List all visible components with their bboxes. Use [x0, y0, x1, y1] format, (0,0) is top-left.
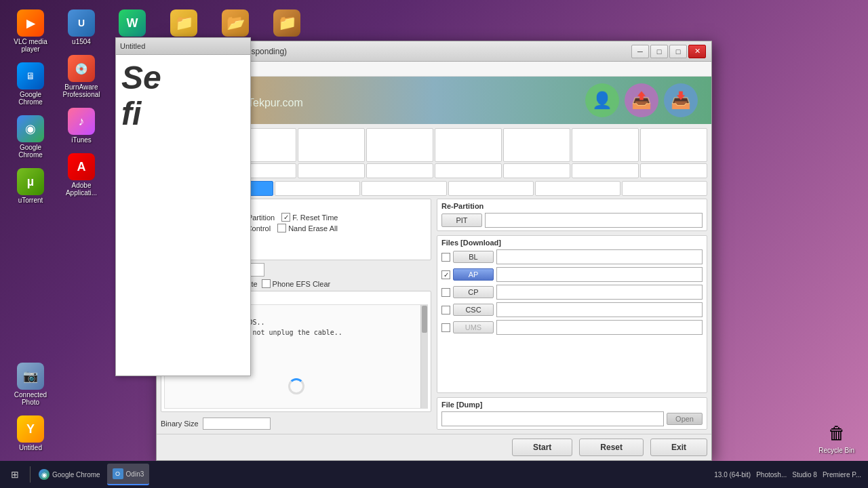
taskbar-start-button[interactable]: ⊞	[3, 462, 27, 487]
ums-checkbox[interactable]	[441, 323, 450, 332]
file-row-cp: CP	[441, 285, 703, 300]
file-row-ap: AP	[441, 267, 703, 282]
tab-cell-5[interactable]	[435, 128, 502, 162]
ap-button[interactable]: AP	[453, 268, 494, 281]
tab-cell-6[interactable]	[503, 128, 570, 162]
phone-efs-label: Phone EFS Clear	[273, 280, 331, 288]
desktop-icon-teamviewer[interactable]: 🖥 Google Chrome	[7, 60, 54, 108]
adobe-label: Adobe Applicati...	[60, 182, 102, 197]
taskbar-status-3: Studio 8	[792, 471, 817, 479]
bl-checkbox[interactable]	[441, 253, 450, 262]
nand-erase-option[interactable]: Nand Erase All	[277, 224, 338, 232]
u1504-icon: U	[68, 9, 95, 37]
desktop-icon-vlc[interactable]: ▶ VLC media player	[7, 7, 54, 56]
message-scrollbar[interactable]	[420, 305, 427, 408]
recycle-bin-img: 🗑	[823, 420, 850, 447]
chrome-icon: ◉	[17, 115, 44, 142]
tab-cell-4[interactable]	[366, 128, 433, 162]
files-download-section: Files [Download] BL AP	[437, 235, 707, 393]
tab-cell-3[interactable]	[298, 128, 365, 162]
taskbar-status-4: Premiere P...	[823, 471, 861, 479]
idcom-grid: 0:[COM4]	[192, 181, 707, 196]
restore-button[interactable]: □	[650, 45, 668, 58]
re-partition-title: Re-Partition	[441, 202, 703, 210]
bl-button[interactable]: BL	[453, 251, 494, 263]
taskbar-item-chrome[interactable]: ◉ Google Chrome	[33, 464, 106, 485]
utorrent-icon: µ	[17, 168, 44, 195]
f-reset-time-label: F. Reset Time	[292, 214, 338, 222]
tab-cell2-7[interactable]	[572, 163, 639, 178]
cp-checkbox[interactable]	[441, 288, 450, 297]
bottom-left-icons: 📷 Connected Photo Y Untitled	[7, 360, 54, 454]
desktop-icon-untitled[interactable]: Y Untitled	[7, 413, 54, 454]
teamviewer-icon: 🖥	[17, 62, 44, 89]
ums-button[interactable]: UMS	[453, 321, 494, 333]
phone-efs-option[interactable]: Phone EFS Clear	[262, 279, 331, 288]
binary-size-input[interactable]	[203, 418, 271, 430]
desktop-icon-adobe[interactable]: A Adobe Applicati...	[58, 150, 105, 199]
desktop-icon-utorrent[interactable]: µ uTorrent	[7, 165, 54, 207]
vlc-label: VLC media player	[9, 38, 52, 53]
tab-cell2-4[interactable]	[366, 163, 433, 178]
cp-input[interactable]	[496, 285, 703, 300]
file-row-bl: BL	[441, 249, 703, 264]
tab-cell-8[interactable]	[640, 128, 707, 162]
desktop-icons-col2: U u1504 💿 BurnAware Professional ♪ iTune…	[58, 7, 105, 199]
desktop-icon-burnaware[interactable]: 💿 BurnAware Professional	[58, 52, 105, 101]
exit-button[interactable]: Exit	[650, 439, 707, 456]
desktop-icon-u1504[interactable]: U u1504	[58, 7, 105, 48]
odin-domain: Tekpur.com	[248, 97, 303, 109]
open-button[interactable]: Open	[667, 413, 703, 425]
cp-button[interactable]: CP	[453, 286, 494, 298]
nand-erase-label: Nand Erase All	[288, 224, 338, 232]
tab-cell2-6[interactable]	[503, 163, 570, 178]
csc-checkbox[interactable]	[441, 306, 450, 314]
connected-photo-icon: 📷	[17, 363, 44, 390]
re-partition-section: Re-Partition PIT	[437, 199, 707, 231]
itunes-label: iTunes	[71, 136, 92, 144]
f-reset-time-checkbox[interactable]	[281, 213, 290, 222]
ums-input[interactable]	[496, 320, 703, 335]
desktop-icon-chrome[interactable]: ◉ Google Chrome	[7, 113, 54, 161]
file-row-ums: UMS	[441, 320, 703, 335]
tab-cell2-3[interactable]	[298, 163, 365, 178]
phone-efs-checkbox[interactable]	[262, 279, 271, 288]
u1504-label: u1504	[72, 38, 91, 45]
start-button[interactable]: Start	[512, 439, 572, 456]
maximize-button[interactable]: □	[669, 45, 687, 58]
idcom-cell-2	[275, 181, 360, 196]
csc-button[interactable]: CSC	[453, 304, 494, 316]
bl-input[interactable]	[496, 249, 703, 264]
desktop-icon-itunes[interactable]: ♪ iTunes	[58, 105, 105, 146]
close-button[interactable]: ✕	[688, 45, 706, 58]
nand-erase-checkbox[interactable]	[277, 224, 286, 232]
untitled-fi: fi	[121, 96, 141, 131]
idcom-cell-3	[361, 181, 447, 196]
taskbar-chrome-label: Google Chrome	[52, 471, 100, 479]
file-dump-row: Open	[441, 411, 703, 426]
reset-button[interactable]: Reset	[579, 439, 644, 456]
right-panel: Re-Partition PIT Files [Download] BL	[437, 199, 707, 430]
tab-cell2-5[interactable]	[435, 163, 502, 178]
pit-row: PIT	[441, 213, 703, 228]
f-reset-time-option[interactable]: F. Reset Time	[281, 213, 338, 222]
taskbar-item-odin[interactable]: O Odin3	[107, 464, 150, 485]
tab-cell-7[interactable]	[572, 128, 639, 162]
minimize-button[interactable]: ─	[631, 45, 649, 58]
dump-input[interactable]	[441, 411, 664, 426]
taskbar-right: 13.0 (64-bit) Photosh... Studio 8 Premie…	[714, 471, 865, 479]
scrollbar-thumb[interactable]	[422, 306, 427, 333]
ap-checkbox[interactable]	[441, 270, 450, 279]
ap-input[interactable]	[496, 267, 703, 282]
teamviewer-label: Google Chrome	[9, 91, 52, 106]
recycle-bin-icon[interactable]: 🗑 Recycle Bin	[818, 420, 854, 454]
csc-input[interactable]	[496, 302, 703, 317]
untitled-title: Untitled	[120, 42, 145, 50]
file-dump-section: File [Dump] Open	[437, 397, 707, 430]
desktop-icon-connected-photo[interactable]: 📷 Connected Photo	[7, 360, 54, 409]
pit-input[interactable]	[485, 213, 703, 228]
file-row-csc: CSC	[441, 302, 703, 317]
pit-button[interactable]: PIT	[441, 214, 482, 227]
tab-cell2-8[interactable]	[640, 163, 707, 178]
burnaware-icon: 💿	[68, 55, 95, 82]
